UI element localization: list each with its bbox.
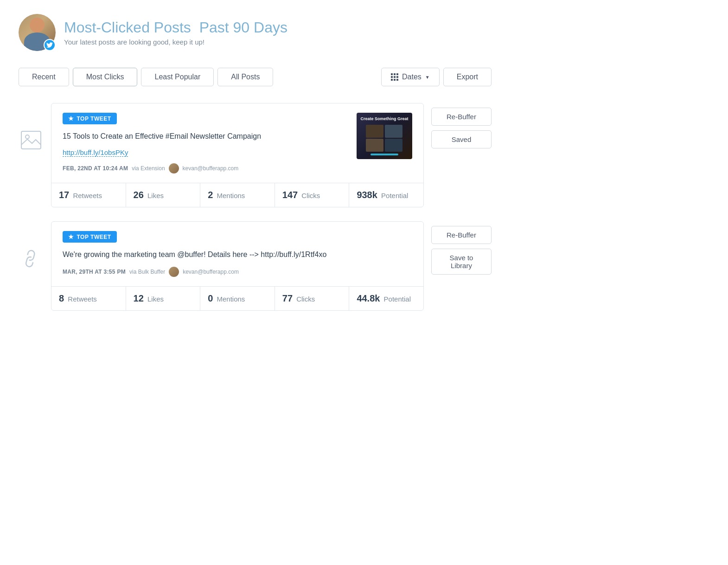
- export-button[interactable]: Export: [443, 68, 492, 86]
- stat-label: Mentions: [217, 192, 245, 199]
- stat-likes: 12 Likes: [126, 287, 201, 310]
- tab-recent[interactable]: Recent: [19, 68, 69, 86]
- post-text: 15 Tools to Create an Effective #Email N…: [63, 131, 347, 142]
- svg-rect-0: [21, 131, 41, 149]
- stat-potential: 44.8k Potential: [349, 287, 423, 310]
- page-header: Most-Clicked Posts Past 90 Days Your lat…: [19, 14, 492, 51]
- header-text-block: Most-Clicked Posts Past 90 Days Your lat…: [64, 19, 287, 46]
- post-link[interactable]: http://buff.ly/1obsPKy: [63, 148, 128, 157]
- title-main: Most-Clicked Posts: [64, 19, 191, 36]
- stat-mentions: 2 Mentions: [200, 183, 275, 207]
- tabs-right-actions: Dates ▼ Export: [381, 68, 492, 86]
- post-user: kevan@bufferapp.com: [183, 269, 239, 275]
- post-card-content: ★ TOP TWEET 15 Tools to Create an Effect…: [63, 113, 347, 173]
- stat-clicks: 77 Clicks: [275, 287, 350, 310]
- posts-area: ★ TOP TWEET 15 Tools to Create an Effect…: [19, 103, 492, 311]
- stat-value: 26: [134, 190, 144, 200]
- post-card: ★ TOP TWEET 15 Tools to Create an Effect…: [51, 103, 424, 207]
- stat-value: 0: [208, 293, 213, 303]
- top-tweet-badge: ★ TOP TWEET: [63, 231, 117, 243]
- stat-label: Likes: [147, 295, 164, 303]
- stat-retweets: 17 Retweets: [51, 183, 126, 207]
- stat-potential: 938k Potential: [349, 183, 423, 207]
- link-icon: [18, 246, 45, 274]
- image-placeholder-icon: [21, 131, 41, 153]
- star-icon: ★: [68, 233, 74, 240]
- post-card-body: ★ TOP TWEET 15 Tools to Create an Effect…: [51, 103, 423, 183]
- post-text: We're growing the marketing team @buffer…: [63, 249, 412, 260]
- post-actions: Re-Buffer Saved: [431, 103, 492, 148]
- stat-label: Clicks: [301, 192, 320, 199]
- dates-label: Dates: [402, 73, 421, 81]
- tab-all-posts[interactable]: All Posts: [217, 68, 273, 86]
- stat-value: 2: [208, 190, 213, 200]
- stats-bar: 8 Retweets 12 Likes 0 Mentions 77 Clicks…: [51, 286, 423, 310]
- stat-value: 147: [282, 190, 298, 200]
- chevron-down-icon: ▼: [425, 75, 430, 80]
- stat-label: Retweets: [73, 192, 102, 199]
- post-type-icon: [19, 103, 44, 153]
- thumb-bar: [370, 154, 398, 155]
- dates-button[interactable]: Dates ▼: [381, 68, 440, 86]
- post-user: kevan@bufferapp.com: [183, 165, 239, 172]
- stat-value: 938k: [357, 190, 377, 200]
- stat-label: Likes: [147, 192, 164, 199]
- rebuffer-button[interactable]: Re-Buffer: [431, 226, 492, 244]
- stat-value: 17: [59, 190, 69, 200]
- stat-label: Potential: [384, 295, 411, 303]
- stat-value: 77: [282, 293, 293, 303]
- badge-label: TOP TWEET: [77, 234, 111, 240]
- post-card-body: ★ TOP TWEET We're growing the marketing …: [51, 222, 423, 286]
- grid-icon: [391, 73, 398, 81]
- stats-bar: 17 Retweets 26 Likes 2 Mentions 147 Clic…: [51, 183, 423, 207]
- avatar: [19, 14, 56, 51]
- top-tweet-badge: ★ TOP TWEET: [63, 113, 117, 124]
- stat-label: Mentions: [217, 295, 245, 303]
- stat-label: Clicks: [296, 295, 315, 303]
- post-card: ★ TOP TWEET We're growing the marketing …: [51, 221, 424, 311]
- stat-value: 8: [59, 293, 64, 303]
- tab-least-popular[interactable]: Least Popular: [141, 68, 214, 86]
- post-row: ★ TOP TWEET We're growing the marketing …: [19, 221, 492, 311]
- post-actions: Re-Buffer Save to Library: [431, 221, 492, 275]
- twitter-badge-icon: [44, 39, 56, 51]
- tab-most-clicks[interactable]: Most Clicks: [73, 68, 138, 86]
- badge-label: TOP TWEET: [77, 116, 111, 122]
- stat-clicks: 147 Clicks: [275, 183, 350, 207]
- post-date: FEB, 22ND AT 10:24 AM: [63, 165, 128, 172]
- stat-likes: 26 Likes: [126, 183, 201, 207]
- save-to-library-button[interactable]: Save to Library: [431, 249, 492, 275]
- post-thumbnail: Create Something Great: [357, 113, 412, 159]
- stat-retweets: 8 Retweets: [51, 287, 126, 310]
- stat-value: 12: [134, 293, 144, 303]
- stat-mentions: 0 Mentions: [200, 287, 275, 310]
- post-date: MAR, 29TH AT 3:55 PM: [63, 269, 126, 275]
- stat-label: Potential: [381, 192, 408, 199]
- thumb-images: [366, 125, 403, 152]
- post-meta: FEB, 22ND AT 10:24 AM via Extension keva…: [63, 163, 347, 173]
- post-meta: MAR, 29TH AT 3:55 PM via Bulk Buffer kev…: [63, 267, 412, 277]
- meta-avatar: [169, 163, 179, 173]
- rebuffer-button[interactable]: Re-Buffer: [431, 108, 492, 126]
- star-icon: ★: [68, 115, 74, 122]
- svg-point-1: [26, 135, 29, 139]
- thumb-text: Create Something Great: [360, 116, 408, 122]
- header-subtitle: Your latest posts are looking good, keep…: [64, 38, 287, 46]
- post-via: via Extension: [132, 165, 165, 172]
- post-card-content: ★ TOP TWEET We're growing the marketing …: [63, 231, 412, 277]
- stat-label: Retweets: [68, 295, 97, 303]
- meta-avatar: [169, 267, 179, 277]
- saved-button[interactable]: Saved: [431, 130, 492, 148]
- post-via: via Bulk Buffer: [129, 269, 165, 275]
- stat-value: 44.8k: [357, 293, 380, 303]
- tabs-row: Recent Most Clicks Least Popular All Pos…: [19, 68, 492, 86]
- title-sub: Past 90 Days: [199, 19, 287, 36]
- post-type-icon: [19, 221, 44, 271]
- post-row: ★ TOP TWEET 15 Tools to Create an Effect…: [19, 103, 492, 207]
- page-title: Most-Clicked Posts Past 90 Days: [64, 19, 287, 36]
